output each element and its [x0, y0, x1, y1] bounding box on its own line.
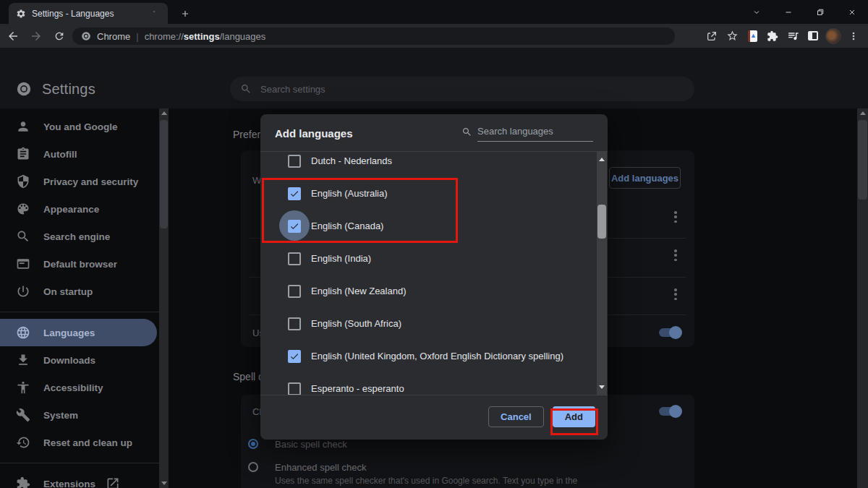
check-icon [289, 351, 299, 361]
sidebar-item-label: Search engine [43, 231, 110, 242]
language-option[interactable]: Esperanto - esperanto [260, 372, 608, 395]
spell-check-toggle[interactable] [659, 407, 681, 416]
share-icon[interactable] [702, 26, 722, 46]
sidebar-item-on-startup[interactable]: On startup [0, 278, 159, 305]
sidebar-item-privacy-and-security[interactable]: Privacy and security [0, 168, 159, 195]
window-controls [741, 0, 868, 24]
minimize-icon[interactable] [773, 0, 804, 24]
sidebar-item-default-browser[interactable]: Default browser [0, 250, 159, 278]
close-icon[interactable] [836, 0, 868, 24]
content-scrollbar[interactable] [159, 108, 169, 488]
sidebar-item-icon [16, 408, 30, 422]
language-option[interactable]: Dutch - Nederlands [260, 152, 608, 177]
back-icon[interactable] [3, 26, 23, 46]
sidebar-item-label: Autofill [43, 149, 77, 160]
sidebar-item-icon [16, 284, 30, 299]
sidebar-item-label: Extensions [43, 479, 95, 488]
chrome-settings-logo-icon [16, 81, 32, 97]
sidebar-item-label: Reset and clean up [43, 437, 132, 448]
translate-toggle[interactable] [659, 328, 681, 337]
language-option[interactable]: English (United Kingdom, Oxford English … [260, 340, 608, 372]
sidebar-item-reset-and-clean-up[interactable]: Reset and clean up [0, 429, 159, 456]
sidebar-item-label: Accessibility [43, 382, 103, 393]
forward-icon[interactable] [26, 26, 46, 46]
settings-gear-favicon-icon [16, 9, 26, 19]
tab-close-icon[interactable] [150, 8, 162, 20]
sidebar: You and Google Autofill Privacy and secu… [0, 108, 159, 488]
sidebar-item-icon [16, 119, 30, 134]
sidebar-item-search-engine[interactable]: Search engine [0, 223, 159, 250]
dialog-search[interactable] [477, 124, 593, 142]
scrollbar-thumb[interactable] [160, 120, 168, 228]
sidebar-item-icon [16, 476, 30, 488]
browser-window: Settings - Languages Chrome | chrome://s… [0, 0, 868, 488]
scrollbar-thumb[interactable] [858, 120, 867, 200]
language-checkbox[interactable] [288, 382, 301, 395]
language-checkbox[interactable] [288, 252, 301, 265]
sidebar-item-label: Privacy and security [43, 176, 138, 187]
browser-toolbar: Chrome | chrome://settings/languages ▲ [0, 24, 868, 48]
sidebar-item-label: You and Google [43, 121, 118, 132]
settings-page: Settings You and Google Autofill Privacy… [0, 48, 868, 488]
scroll-up-icon[interactable] [860, 111, 866, 115]
extensions-puzzle-icon[interactable] [762, 26, 783, 46]
dialog-title: Add languages [275, 127, 353, 140]
media-controls-icon[interactable] [783, 26, 803, 46]
cancel-button[interactable]: Cancel [488, 406, 544, 427]
language-option[interactable]: English (India) [260, 242, 608, 275]
reload-icon[interactable] [49, 26, 69, 46]
restore-icon[interactable] [804, 0, 836, 24]
settings-search[interactable] [230, 77, 694, 101]
page-scrollbar[interactable] [857, 108, 868, 488]
sidebar-item-icon [16, 147, 30, 161]
browser-tab[interactable]: Settings - Languages [9, 3, 168, 24]
language-checkbox[interactable] [288, 317, 301, 330]
external-link-icon [106, 476, 120, 488]
settings-search-input[interactable] [260, 84, 660, 95]
language-checkbox[interactable] [288, 155, 301, 168]
basic-spell-check-radio[interactable] [248, 439, 258, 449]
sidebar-item-extensions[interactable]: Extensions [0, 470, 159, 488]
new-tab-button[interactable] [176, 5, 194, 22]
language-search-input[interactable] [477, 126, 593, 142]
menu-kebab-icon[interactable] [843, 26, 864, 46]
language-option[interactable]: English (New Zealand) [260, 275, 608, 307]
tab-title: Settings - Languages [32, 9, 150, 19]
scroll-up-icon[interactable] [599, 158, 605, 161]
language-row-menu-icon[interactable] [674, 211, 677, 223]
chrome-logo-icon [81, 31, 91, 41]
tab-search-chevron-icon[interactable] [741, 0, 773, 24]
language-row-menu-icon[interactable] [674, 249, 677, 261]
language-option[interactable]: English (South Africa) [260, 307, 608, 340]
scroll-down-icon[interactable] [161, 481, 167, 485]
enhanced-spell-check-radio[interactable] [248, 462, 258, 472]
address-bar[interactable]: Chrome | chrome://settings/languages [72, 27, 675, 45]
sidebar-item-languages[interactable]: Languages [0, 319, 157, 346]
language-checkbox[interactable] [288, 350, 301, 363]
language-label: English (New Zealand) [311, 286, 407, 296]
scrollbar-thumb[interactable] [597, 205, 606, 239]
side-panel-icon[interactable] [803, 26, 823, 46]
dictionary-extension-icon[interactable]: ▲ [742, 26, 762, 46]
sidebar-item-system[interactable]: System [0, 401, 159, 429]
basic-spell-check-label: Basic spell check [275, 439, 347, 450]
sidebar-item-icon [16, 174, 30, 189]
sidebar-item-appearance[interactable]: Appearance [0, 195, 159, 223]
enhanced-spell-check-description: Uses the same spell checker that's used … [275, 476, 680, 486]
language-row-menu-icon[interactable] [674, 288, 677, 300]
scroll-down-icon[interactable] [599, 385, 605, 389]
language-label: Esperanto - esperanto [311, 383, 404, 394]
address-app-label: Chrome [97, 31, 130, 42]
sidebar-item-autofill[interactable]: Autofill [0, 140, 159, 168]
sidebar-item-you-and-google[interactable]: You and Google [0, 113, 159, 140]
settings-title: Settings [42, 81, 95, 98]
sidebar-item-accessibility[interactable]: Accessibility [0, 374, 159, 401]
language-checkbox[interactable] [288, 285, 301, 298]
add-languages-button[interactable]: Add languages [609, 167, 681, 189]
dialog-scrollbar[interactable] [597, 152, 607, 395]
scroll-up-icon[interactable] [161, 111, 167, 115]
bookmark-star-icon[interactable] [722, 26, 742, 46]
sidebar-item-downloads[interactable]: Downloads [0, 346, 159, 374]
sidebar-divider [0, 463, 159, 463]
profile-avatar[interactable] [823, 26, 843, 46]
